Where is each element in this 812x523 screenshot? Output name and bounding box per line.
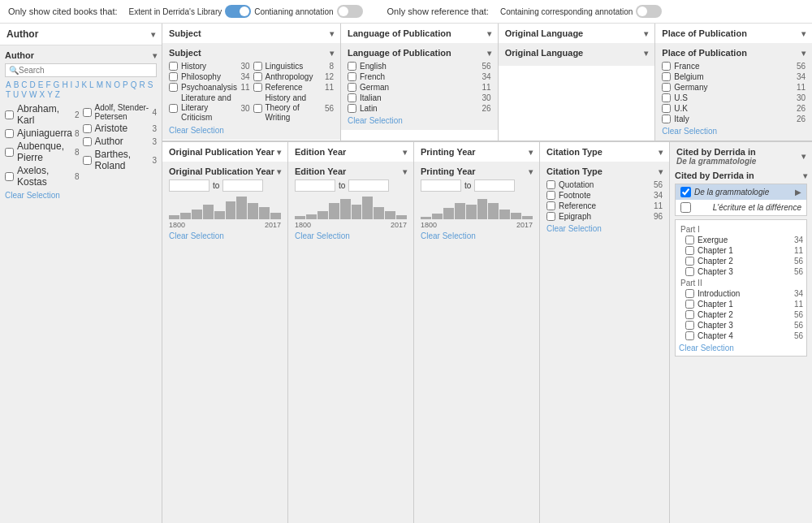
author-checkbox[interactable] [83, 124, 92, 133]
place-checkbox[interactable] [662, 83, 671, 92]
alpha-B[interactable]: B [13, 80, 20, 89]
edition-year-to[interactable] [348, 179, 389, 192]
author-checkbox[interactable] [5, 148, 14, 157]
chapter-checkbox[interactable] [685, 246, 694, 255]
alpha-C[interactable]: C [20, 80, 28, 89]
orig-pub-year-to[interactable] [222, 179, 263, 192]
chapter-checkbox[interactable] [685, 321, 694, 330]
chapter-checkbox[interactable] [685, 257, 694, 266]
lang-checkbox[interactable] [348, 83, 356, 92]
alpha-O[interactable]: O [113, 80, 121, 89]
chapter-checkbox[interactable] [685, 310, 694, 319]
orig-language-chevron[interactable]: ▾ [644, 29, 648, 38]
alpha-V[interactable]: V [20, 90, 28, 99]
printing-year-to[interactable] [474, 179, 515, 192]
author-clear-selection[interactable]: Clear Selection [5, 191, 157, 200]
alpha-M[interactable]: M [96, 80, 104, 89]
place-chevron[interactable]: ▾ [801, 29, 806, 38]
alpha-F[interactable]: F [45, 80, 51, 89]
citation-clear-selection[interactable]: Clear Selection [546, 224, 663, 233]
author-checkbox[interactable] [83, 137, 92, 146]
place-checkbox[interactable] [662, 93, 671, 102]
citation-type-panel-chevron[interactable]: ▾ [659, 167, 663, 176]
alpha-J[interactable]: J [74, 80, 80, 89]
author-checkbox[interactable] [83, 108, 92, 117]
cited-by-clear-selection[interactable]: Clear Selection [679, 344, 803, 352]
alpha-Z[interactable]: Z [54, 90, 61, 99]
alpha-Y[interactable]: Y [46, 90, 54, 99]
alpha-I[interactable]: I [70, 80, 74, 89]
place-checkbox[interactable] [662, 72, 671, 81]
alpha-A[interactable]: A [5, 80, 12, 89]
alpha-E[interactable]: E [37, 80, 45, 89]
cited-by-panel-chevron[interactable]: ▾ [803, 171, 807, 180]
orig-language-panel-chevron[interactable]: ▾ [644, 49, 648, 58]
alpha-X[interactable]: X [38, 90, 45, 99]
author-checkbox[interactable] [5, 110, 14, 119]
place-clear-selection[interactable]: Clear Selection [662, 127, 806, 136]
cited-by-work-item[interactable]: De la grammatologie ▶ [676, 184, 806, 200]
place-checkbox[interactable] [662, 62, 671, 71]
subject-chevron[interactable]: ▾ [330, 29, 334, 38]
alpha-G[interactable]: G [53, 80, 61, 89]
subject-panel-chevron[interactable]: ▾ [330, 49, 334, 58]
alpha-U[interactable]: U [12, 90, 19, 99]
alpha-H[interactable]: H [61, 80, 68, 89]
subject-clear-selection[interactable]: Clear Selection [169, 126, 334, 135]
author-search-input[interactable] [19, 66, 153, 75]
subject-checkbox[interactable] [253, 104, 262, 113]
alpha-K[interactable]: K [80, 80, 88, 89]
subject-checkbox[interactable] [169, 62, 178, 71]
alpha-Q[interactable]: Q [130, 80, 138, 89]
citation-checkbox[interactable] [546, 212, 555, 221]
alpha-N[interactable]: N [105, 80, 112, 89]
cited-by-chevron[interactable]: ▾ [801, 152, 806, 161]
place-checkbox[interactable] [662, 115, 671, 123]
alpha-L[interactable]: L [89, 80, 95, 89]
lang-checkbox[interactable] [348, 93, 356, 102]
printing-year-clear[interactable]: Clear Selection [421, 231, 533, 240]
orig-pub-year-panel-chevron[interactable]: ▾ [277, 167, 281, 176]
alpha-T[interactable]: T [5, 90, 11, 99]
edition-year-from[interactable] [295, 179, 335, 192]
alpha-P[interactable]: P [122, 80, 129, 89]
printing-year-chevron[interactable]: ▾ [529, 148, 533, 157]
containing-corresponding-toggle[interactable] [636, 5, 662, 18]
chapter-checkbox[interactable] [685, 331, 694, 340]
language-panel-chevron[interactable]: ▾ [487, 49, 491, 58]
subject-checkbox[interactable] [253, 72, 262, 81]
author-chevron[interactable]: ▾ [151, 30, 155, 39]
edition-year-chevron[interactable]: ▾ [403, 148, 407, 157]
orig-pub-year-chevron[interactable]: ▾ [277, 148, 281, 157]
citation-type-chevron[interactable]: ▾ [659, 148, 663, 157]
author-checkbox[interactable] [5, 172, 14, 181]
alpha-W[interactable]: W [28, 90, 37, 99]
printing-year-panel-chevron[interactable]: ▾ [529, 167, 533, 176]
chapter-checkbox[interactable] [685, 267, 694, 276]
language-chevron[interactable]: ▾ [487, 29, 491, 38]
subject-checkbox[interactable] [169, 83, 178, 92]
citation-checkbox[interactable] [546, 191, 555, 200]
subject-checkbox[interactable] [169, 72, 178, 81]
subject-checkbox[interactable] [169, 104, 178, 113]
edition-year-panel-chevron[interactable]: ▾ [403, 167, 407, 176]
alpha-R[interactable]: R [138, 80, 145, 89]
author-filter-chevron[interactable]: ▾ [153, 51, 157, 60]
place-checkbox[interactable] [662, 104, 671, 113]
edition-year-clear[interactable]: Clear Selection [295, 231, 407, 240]
cited-by-work-item[interactable]: L'écriture et la différence [676, 200, 806, 215]
subject-checkbox[interactable] [253, 62, 262, 71]
extent-toggle[interactable] [225, 5, 251, 18]
place-panel-chevron[interactable]: ▾ [801, 49, 806, 58]
chapter-checkbox[interactable] [685, 300, 694, 309]
lang-checkbox[interactable] [348, 72, 356, 81]
author-checkbox[interactable] [83, 156, 92, 165]
citation-checkbox[interactable] [546, 201, 555, 210]
lang-checkbox[interactable] [348, 62, 356, 71]
cited-by-work-checkbox[interactable] [680, 187, 691, 197]
orig-pub-year-clear[interactable]: Clear Selection [169, 231, 281, 240]
chapter-checkbox[interactable] [685, 289, 694, 298]
citation-checkbox[interactable] [546, 180, 555, 189]
alpha-D[interactable]: D [29, 80, 37, 89]
lang-checkbox[interactable] [348, 104, 356, 113]
